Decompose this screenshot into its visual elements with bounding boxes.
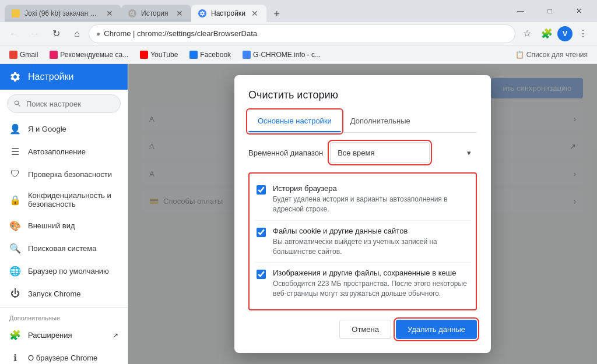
sidebar-item-startup[interactable]: ⏻ Запуск Chrome (0, 282, 128, 305)
minimize-button[interactable]: — (507, 2, 534, 20)
sidebar-item-extensions-label: Расширения (28, 331, 72, 340)
bookmark-button[interactable]: ☆ (518, 24, 536, 43)
checkbox-cache-title: Изображения и другие файлы, сохраненные … (273, 268, 469, 277)
sidebar-item-default-browser[interactable]: 🌐 Браузер по умолчанию (0, 260, 128, 282)
checkbox-cache-item: Изображения и другие файлы, сохраненные … (254, 263, 471, 305)
modal-tabs: Основные настройки Дополнительные (248, 111, 477, 133)
bookmark-recommended[interactable]: Рекомендуемые са... (45, 48, 133, 62)
bookmark-youtube-label: YouTube (150, 51, 178, 59)
checkbox-cookies-content: Файлы cookie и другие данные сайтов Вы а… (273, 227, 469, 257)
sidebar-divider (0, 307, 128, 308)
time-range-select[interactable]: Все время Последний час Последние 24 час… (330, 142, 430, 163)
tab-title-joxi: Joxi (96 kb) закачан 2 июня 202... (24, 9, 100, 17)
maximize-button[interactable]: □ (536, 2, 563, 20)
checkbox-history-item: История браузера Будет удалена история и… (254, 178, 471, 221)
search-input[interactable] (7, 94, 121, 113)
settings-header-icon (9, 71, 21, 83)
profile-button[interactable]: V (557, 26, 573, 41)
sidebar-item-search-engine-label: Поисковая система (28, 244, 97, 253)
tab-close-settings[interactable]: ✕ (250, 9, 259, 18)
search-engine-icon: 🔍 (9, 243, 21, 254)
tab-bar: Joxi (96 kb) закачан 2 июня 202... ✕ ⊙ И… (5, 0, 498, 22)
tab-favicon-settings (198, 9, 206, 17)
window-controls: — □ ✕ (507, 2, 592, 20)
back-button[interactable]: ← (5, 24, 23, 43)
settings-main-area: ить синхронизацию А › А ↗ А › 💳 (128, 64, 597, 364)
sidebar-item-search-engine[interactable]: 🔍 Поисковая система (0, 237, 128, 260)
extensions-button[interactable]: 🧩 (538, 24, 556, 43)
sidebar-item-default-browser-label: Браузер по умолчанию (28, 267, 109, 275)
tab-history[interactable]: ⊙ История ✕ (121, 5, 191, 22)
tab-settings[interactable]: Настройки ✕ (191, 5, 266, 22)
sidebar-search-area (0, 90, 128, 118)
tab-joxi[interactable]: Joxi (96 kb) закачан 2 июня 202... ✕ (5, 5, 121, 22)
tab-close-history[interactable]: ✕ (175, 9, 184, 18)
address-lock-icon: ● (96, 30, 100, 38)
security-icon: 🛡 (9, 169, 21, 179)
tab-advanced-settings[interactable]: Дополнительные (341, 111, 420, 132)
bookmark-youtube[interactable]: YouTube (135, 48, 182, 62)
menu-button[interactable]: ⋮ (574, 24, 592, 43)
checkbox-cookies-title: Файлы cookie и другие данные сайтов (273, 227, 469, 235)
tab-close-joxi[interactable]: ✕ (105, 9, 114, 18)
home-button[interactable]: ⌂ (68, 24, 86, 43)
facebook-favicon (189, 51, 198, 59)
time-range-label: Временной диапазон (248, 149, 323, 157)
address-url: Chrome | chrome://settings/clearBrowserD… (104, 29, 508, 38)
checkbox-cache-desc: Освободится 223 МБ пространства. После э… (273, 279, 469, 299)
address-bar[interactable]: ● Chrome | chrome://settings/clearBrowse… (89, 24, 515, 43)
bookmark-recommended-label: Рекомендуемые са... (60, 51, 128, 59)
sidebar-item-me-google-label: Я и Google (28, 125, 66, 133)
rec-favicon (50, 51, 58, 59)
sidebar-item-me-google[interactable]: 👤 Я и Google (0, 118, 128, 140)
sidebar-item-privacy[interactable]: 🔒 Конфиденциальность и безопасность (0, 185, 128, 214)
sidebar-item-security-label: Проверка безопасности (28, 170, 112, 179)
main-content: Настройки 👤 Я и Google ☰ Автозаполнение … (0, 64, 597, 364)
appearance-icon: 🎨 (9, 220, 21, 231)
checkbox-history[interactable] (257, 185, 266, 195)
navigation-bar: ← → ↻ ⌂ ● Chrome | chrome://settings/cle… (0, 22, 597, 45)
cancel-button[interactable]: Отмена (339, 320, 391, 339)
sidebar-advanced-section-title: Дополнительные (0, 310, 128, 324)
forward-button[interactable]: → (26, 24, 44, 43)
sidebar-item-autofill[interactable]: ☰ Автозаполнение (0, 140, 128, 163)
sidebar-item-security[interactable]: 🛡 Проверка безопасности (0, 163, 128, 185)
gchrome-favicon (243, 51, 251, 59)
about-icon: ℹ (9, 352, 21, 363)
checkbox-cookies[interactable] (257, 228, 266, 237)
modal-overlay: Очистить историю Основные настройки Допо… (128, 64, 597, 364)
reload-button[interactable]: ↻ (47, 24, 65, 43)
sidebar-header: Настройки (0, 64, 128, 90)
sidebar-item-appearance[interactable]: 🎨 Внешний вид (0, 214, 128, 237)
sidebar-item-appearance-label: Внешний вид (28, 221, 75, 230)
time-range-wrapper: Все время Последний час Последние 24 час… (330, 142, 477, 163)
checkboxes-section: История браузера Будет удалена история и… (248, 172, 477, 310)
sidebar-item-privacy-label: Конфиденциальность и безопасность (28, 191, 118, 208)
youtube-favicon (140, 51, 148, 59)
bookmark-gmail[interactable]: Gmail (5, 48, 43, 62)
time-range-row: Временной диапазон Все время Последний ч… (248, 142, 477, 163)
sidebar-item-startup-label: Запуск Chrome (28, 289, 81, 298)
checkbox-cookies-desc: Вы автоматически выйдете из учетных запи… (273, 237, 469, 257)
close-button[interactable]: ✕ (566, 2, 592, 20)
nav-right-controls: ☆ 🧩 V ⋮ (518, 24, 592, 43)
title-bar: Joxi (96 kb) закачан 2 июня 202... ✕ ⊙ И… (0, 0, 597, 22)
checkbox-cache-content: Изображения и другие файлы, сохраненные … (273, 268, 469, 299)
startup-icon: ⏻ (9, 288, 21, 299)
sidebar-title: Настройки (28, 72, 73, 82)
sidebar-item-extensions[interactable]: 🧩 Расширения ↗ (0, 324, 128, 347)
sidebar-item-about[interactable]: ℹ О браузере Chrome (0, 347, 128, 364)
reading-list-button[interactable]: 📋 Список для чтения (511, 51, 592, 59)
bookmark-gchrome[interactable]: G-CHROME.info - с... (238, 48, 325, 62)
delete-button[interactable]: Удалить данные (396, 320, 477, 339)
extensions-sidebar-icon: 🧩 (9, 330, 21, 341)
tab-basic-settings[interactable]: Основные настройки (248, 111, 341, 132)
autofill-icon: ☰ (9, 146, 21, 157)
new-tab-button[interactable]: + (269, 6, 285, 22)
checkbox-history-content: История браузера Будет удалена история и… (273, 184, 469, 214)
checkbox-cache[interactable] (257, 270, 266, 279)
bookmark-gchrome-label: G-CHROME.info - с... (253, 51, 321, 59)
me-google-icon: 👤 (9, 123, 21, 135)
bookmark-facebook[interactable]: Facebook (185, 48, 236, 62)
settings-sidebar: Настройки 👤 Я и Google ☰ Автозаполнение … (0, 64, 128, 364)
